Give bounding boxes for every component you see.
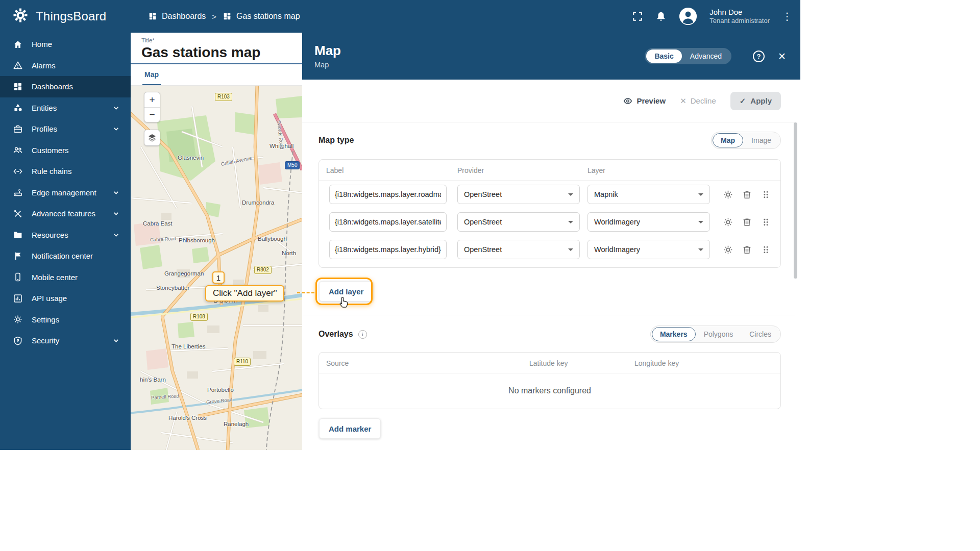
panel-titles: Map Map xyxy=(314,43,341,69)
help-icon[interactable]: ? xyxy=(753,51,765,62)
chevron-down-icon xyxy=(698,193,703,196)
info-icon[interactable]: i xyxy=(358,330,367,339)
decline-button[interactable]: ✕ Decline xyxy=(680,96,716,106)
dashboard-icon xyxy=(223,12,232,21)
column-longitude-key: Longitude key xyxy=(634,359,679,367)
toggle-image[interactable]: Image xyxy=(743,133,779,147)
drag-handle-icon[interactable] xyxy=(761,189,771,200)
sidebar-item-rule-chains[interactable]: Rule chains xyxy=(0,161,131,182)
widget-editor-column: Title* Map xyxy=(131,33,302,450)
sidebar-item-profiles[interactable]: Profiles xyxy=(0,118,131,140)
mode-advanced[interactable]: Advanced xyxy=(682,49,730,63)
toggle-markers[interactable]: Markers xyxy=(652,327,696,341)
layer-value: WorldImagery xyxy=(594,218,640,226)
layer-row: OpenStreet WorldImagery xyxy=(319,236,780,263)
sidebar-item-customers[interactable]: Customers xyxy=(0,140,131,161)
sidebar-item-home[interactable]: Home xyxy=(0,34,131,55)
layer-type-select[interactable]: WorldImagery xyxy=(587,212,710,232)
sidebar-label: Alarms xyxy=(32,61,56,70)
map-place-label: The Liberties xyxy=(172,343,205,349)
breadcrumb-page-label: Gas stations map xyxy=(236,12,300,21)
trash-icon[interactable] xyxy=(742,217,752,228)
gear-icon[interactable] xyxy=(723,189,733,200)
chevron-down-icon xyxy=(568,193,573,196)
drag-handle-icon[interactable] xyxy=(761,244,771,255)
sidebar-item-edge-management[interactable]: Edge management xyxy=(0,182,131,204)
layer-provider-select[interactable]: OpenStreet xyxy=(457,185,580,204)
settings-panel-header: Map Map Basic Advanced ? ✕ xyxy=(302,33,800,80)
layer-type-select[interactable]: Mapnik xyxy=(587,185,710,204)
sidebar-label: Home xyxy=(32,40,52,48)
gear-icon[interactable] xyxy=(723,217,733,228)
toggle-polygons[interactable]: Polygons xyxy=(696,327,742,341)
layer-row: OpenStreet Mapnik xyxy=(319,181,780,208)
more-menu-icon[interactable]: ⋮ xyxy=(782,10,789,22)
map-zoom-control: + − xyxy=(144,92,160,122)
api-usage-chart-icon xyxy=(13,293,23,304)
column-label: Label xyxy=(326,166,457,174)
sidebar-label: Advanced features xyxy=(32,209,95,218)
app-logo[interactable]: ThingsBoard xyxy=(0,6,131,27)
widget-title-input[interactable] xyxy=(141,43,297,62)
fullscreen-icon[interactable] xyxy=(632,11,643,22)
breadcrumb-separator: > xyxy=(212,12,216,21)
layer-label-input[interactable] xyxy=(329,185,447,204)
sidebar-label: Mobile center xyxy=(32,273,78,282)
zoom-out-button[interactable]: − xyxy=(144,107,160,122)
app-window: ThingsBoard Dashboards > Gas stations ma… xyxy=(0,0,800,450)
app-title: ThingsBoard xyxy=(36,9,106,23)
layer-label-input[interactable] xyxy=(329,240,447,259)
layers-icon xyxy=(147,133,157,143)
provider-value: OpenStreet xyxy=(464,218,502,226)
decline-label: Decline xyxy=(691,96,716,105)
breadcrumb-section-label: Dashboards xyxy=(162,12,206,21)
chevron-down-icon xyxy=(113,105,119,111)
layer-provider-select[interactable]: OpenStreet xyxy=(457,212,580,232)
apply-button[interactable]: ✓ Apply xyxy=(730,92,781,110)
toggle-circles[interactable]: Circles xyxy=(741,327,779,341)
layer-type-select[interactable]: WorldImagery xyxy=(587,240,710,259)
map-place-label: Drumcondra xyxy=(242,199,274,206)
chevron-down-icon xyxy=(113,126,119,132)
resources-folder-icon xyxy=(13,230,23,240)
sidebar-item-dashboards[interactable]: Dashboards xyxy=(0,76,131,97)
sidebar-item-notification-center[interactable]: Notification center xyxy=(0,245,131,267)
sidebar-item-alarms[interactable]: Alarms xyxy=(0,55,131,77)
notifications-bell-icon[interactable] xyxy=(655,11,667,22)
sidebar-item-advanced-features[interactable]: Advanced features xyxy=(0,203,131,224)
panel-scrollbar[interactable] xyxy=(794,122,797,279)
overlays-title: Overlays xyxy=(318,330,353,339)
toggle-map[interactable]: Map xyxy=(713,133,743,147)
add-marker-button[interactable]: Add marker xyxy=(319,418,381,439)
breadcrumb-current[interactable]: Gas stations map xyxy=(223,12,300,21)
user-avatar[interactable] xyxy=(679,7,697,26)
top-header: ThingsBoard Dashboards > Gas stations ma… xyxy=(0,0,800,33)
map-layers-button[interactable] xyxy=(144,130,160,146)
preview-button[interactable]: Preview xyxy=(623,96,666,106)
trash-icon[interactable] xyxy=(742,189,752,200)
sidebar-item-resources[interactable]: Resources xyxy=(0,224,131,246)
map-image-toggle: Map Image xyxy=(711,132,781,149)
chevron-down-icon xyxy=(113,189,119,196)
sidebar-item-security[interactable]: Security xyxy=(0,330,131,352)
trash-icon[interactable] xyxy=(742,244,752,255)
markers-table-header: Source Latitude key Longitude key xyxy=(319,353,780,373)
map-widget: R103 M50 R802 R108 R110 Whitehall Glasne… xyxy=(131,86,302,450)
drag-handle-icon[interactable] xyxy=(761,217,771,228)
settings-gear-icon xyxy=(13,314,23,324)
tab-map[interactable]: Map xyxy=(142,70,161,85)
zoom-in-button[interactable]: + xyxy=(144,92,160,107)
sidebar-item-api-usage[interactable]: API usage xyxy=(0,288,131,309)
mode-basic[interactable]: Basic xyxy=(646,49,681,63)
gear-icon[interactable] xyxy=(723,244,733,255)
breadcrumb-dashboards[interactable]: Dashboards xyxy=(148,12,206,21)
layer-provider-select[interactable]: OpenStreet xyxy=(457,240,580,259)
sidebar-item-entities[interactable]: Entities xyxy=(0,97,131,119)
layer-label-input[interactable] xyxy=(329,212,447,232)
close-icon[interactable]: ✕ xyxy=(778,51,786,62)
sidebar-item-mobile-center[interactable]: Mobile center xyxy=(0,267,131,288)
eye-icon xyxy=(623,96,632,106)
map-place-label: hin's Barn xyxy=(140,377,166,383)
markers-table: Source Latitude key Longitude key No mar… xyxy=(318,352,781,409)
sidebar-item-settings[interactable]: Settings xyxy=(0,309,131,331)
